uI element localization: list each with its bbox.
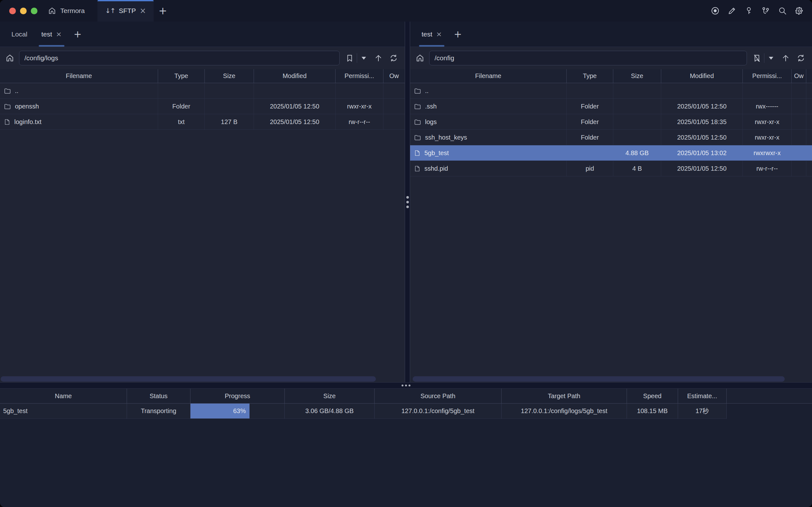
file-row[interactable]: 5gb_test4.88 GB2025/01/05 13:02rwxrwxr-x bbox=[410, 145, 812, 161]
local-pane-new-tab-button[interactable]: + bbox=[69, 21, 87, 47]
close-tab-icon[interactable]: × bbox=[56, 31, 62, 38]
file-row[interactable]: loginfo.txttxt127 B2025/01/05 12:50rw-r-… bbox=[0, 114, 405, 130]
close-window-button[interactable] bbox=[9, 8, 16, 14]
cell-size bbox=[613, 114, 661, 129]
minimize-window-button[interactable] bbox=[20, 8, 27, 14]
transfer-column-header-speed[interactable]: Speed bbox=[627, 389, 678, 403]
divider bbox=[764, 53, 764, 63]
column-header-size[interactable]: Size bbox=[205, 69, 254, 83]
edit-icon[interactable] bbox=[727, 6, 737, 15]
transfer-column-header-name[interactable]: Name bbox=[0, 389, 127, 403]
folder-icon bbox=[414, 103, 421, 110]
splitter-grip-icon bbox=[401, 385, 411, 386]
transfer-table-body: 5gb_testTransporting63%3.06 GB/4.88 GB12… bbox=[0, 404, 812, 419]
key-icon[interactable] bbox=[744, 6, 753, 15]
record-icon[interactable] bbox=[711, 6, 720, 15]
cell-transfer-source-path: 127.0.0.1:/config/5gb_test bbox=[375, 404, 501, 419]
local-pane-toolbar bbox=[0, 47, 405, 69]
bookmark-slash-icon[interactable] bbox=[751, 53, 762, 63]
transfer-column-header-sourcepath[interactable]: Source Path bbox=[375, 389, 501, 403]
remote-path-input[interactable] bbox=[429, 51, 747, 65]
home-icon[interactable] bbox=[415, 53, 425, 63]
refresh-icon[interactable] bbox=[796, 53, 806, 63]
file-row[interactable]: logsFolder2025/01/05 18:35rwxr-xr-x bbox=[410, 114, 812, 130]
tab-termora[interactable]: Termora bbox=[46, 0, 98, 21]
column-header-filename[interactable]: Filename bbox=[410, 69, 566, 83]
transfer-column-header-size[interactable]: Size bbox=[285, 389, 375, 403]
cell-filler bbox=[806, 145, 812, 161]
settings-gear-icon[interactable] bbox=[795, 6, 804, 15]
home-icon[interactable] bbox=[5, 53, 15, 63]
cell-owner bbox=[383, 83, 405, 98]
file-icon bbox=[4, 118, 10, 126]
transfer-row[interactable]: 5gb_testTransporting63%3.06 GB/4.88 GB12… bbox=[0, 404, 812, 419]
go-up-icon[interactable] bbox=[780, 53, 791, 63]
transfer-column-header-targetpath[interactable]: Target Path bbox=[501, 389, 627, 403]
chevron-down-icon[interactable] bbox=[362, 57, 366, 60]
column-header-ow[interactable]: Ow bbox=[383, 69, 405, 83]
file-row[interactable]: .. bbox=[410, 83, 812, 99]
file-icon bbox=[414, 165, 421, 172]
cell-filename: .. bbox=[410, 83, 566, 98]
file-row[interactable]: .. bbox=[0, 83, 405, 99]
close-tab-icon[interactable]: × bbox=[436, 31, 442, 38]
transfer-column-header-status[interactable]: Status bbox=[127, 389, 191, 403]
filename-label: .. bbox=[425, 87, 429, 95]
cell-filename: loginfo.txt bbox=[0, 114, 158, 129]
zoom-window-button[interactable] bbox=[31, 8, 38, 14]
close-tab-icon[interactable]: × bbox=[140, 7, 146, 15]
remote-pane-new-tab-button[interactable]: + bbox=[449, 21, 467, 47]
remote-table-header: FilenameTypeSizeModifiedPermissi...Ow bbox=[410, 69, 812, 83]
cell-type bbox=[566, 83, 613, 98]
cell-size bbox=[205, 83, 254, 98]
local-path-input[interactable] bbox=[19, 51, 340, 65]
search-icon[interactable] bbox=[778, 6, 787, 15]
file-row[interactable]: sshd.pidpid4 B2025/01/05 12:50rw-r--r-- bbox=[410, 161, 812, 176]
horizontal-scrollbar[interactable] bbox=[1, 376, 376, 382]
local-table-body: ..opensshFolder2025/01/05 12:50rwxr-xr-x… bbox=[0, 83, 405, 382]
chevron-down-icon[interactable] bbox=[769, 57, 773, 60]
column-header-type[interactable]: Type bbox=[566, 69, 613, 83]
cell-filename: .. bbox=[0, 83, 158, 98]
splitter-grip-icon bbox=[406, 196, 409, 208]
column-header-ow[interactable]: Ow bbox=[792, 69, 806, 83]
bookmark-icon[interactable] bbox=[344, 53, 355, 63]
transfer-column-header-progress[interactable]: Progress bbox=[191, 389, 285, 403]
transfer-column-header-estimate[interactable]: Estimate... bbox=[678, 389, 726, 403]
cell-permissions: rwxr-xr-x bbox=[743, 130, 792, 145]
horizontal-scrollbar[interactable] bbox=[413, 376, 785, 382]
cell-permissions: rw-r--r-- bbox=[743, 161, 792, 176]
file-row[interactable]: opensshFolder2025/01/05 12:50rwxr-xr-x bbox=[0, 99, 405, 114]
refresh-icon[interactable] bbox=[388, 53, 399, 63]
branch-icon[interactable] bbox=[761, 6, 770, 15]
column-header-permissi[interactable]: Permissi... bbox=[335, 69, 383, 83]
new-tab-button[interactable]: + bbox=[154, 0, 172, 21]
cell-owner bbox=[792, 130, 806, 145]
cell-modified: 2025/01/05 12:50 bbox=[661, 161, 743, 176]
cell-size bbox=[613, 83, 661, 98]
tab-sftp[interactable]: ↓↑ SFTP × bbox=[98, 0, 154, 21]
column-header-modified[interactable]: Modified bbox=[254, 69, 335, 83]
column-header-filename[interactable]: Filename bbox=[0, 69, 158, 83]
pane-tab-label: test bbox=[422, 31, 432, 38]
filename-label: .ssh bbox=[425, 103, 437, 110]
column-header-modified[interactable]: Modified bbox=[661, 69, 743, 83]
local-pane-tab-local[interactable]: Local bbox=[4, 21, 34, 47]
local-pane-tab-test[interactable]: test× bbox=[34, 21, 68, 47]
cell-owner bbox=[383, 99, 405, 114]
vertical-splitter[interactable] bbox=[405, 21, 410, 382]
cell-type bbox=[158, 83, 205, 98]
cell-filename: openssh bbox=[0, 99, 158, 114]
sftp-tab-label: SFTP bbox=[119, 7, 136, 15]
column-header-type[interactable]: Type bbox=[158, 69, 205, 83]
remote-pane-tab-test[interactable]: test× bbox=[415, 21, 449, 47]
horizontal-splitter[interactable] bbox=[0, 382, 812, 389]
cell-type: Folder bbox=[566, 99, 613, 114]
column-header-size[interactable]: Size bbox=[613, 69, 661, 83]
file-row[interactable]: ssh_host_keysFolder2025/01/05 12:50rwxr-… bbox=[410, 130, 812, 145]
go-up-icon[interactable] bbox=[373, 53, 384, 63]
column-header-permissi[interactable]: Permissi... bbox=[743, 69, 792, 83]
cell-modified: 2025/01/05 12:50 bbox=[254, 114, 335, 129]
cell-transfer-filler bbox=[726, 404, 812, 419]
file-row[interactable]: .sshFolder2025/01/05 12:50rwx------ bbox=[410, 99, 812, 114]
